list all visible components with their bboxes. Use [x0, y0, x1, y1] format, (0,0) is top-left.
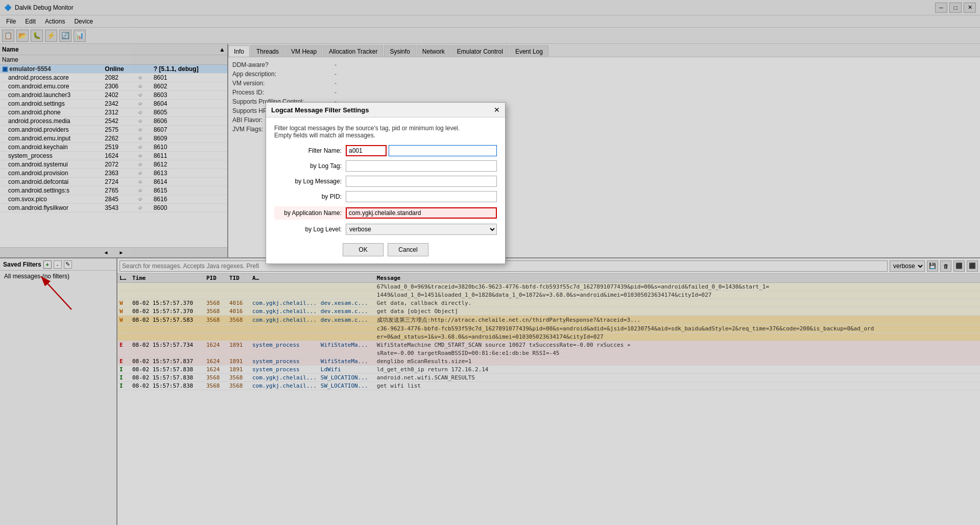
dialog-desc-line2: Empty fields will match all messages.: [274, 132, 497, 139]
dialog-desc-line1: Filter logcat messages by the source's t…: [274, 125, 497, 132]
dialog-close-button[interactable]: ✕: [494, 106, 500, 114]
pid-input[interactable]: [346, 191, 497, 202]
log-level-label: by Log Level:: [274, 226, 346, 233]
app-name-input[interactable]: [346, 207, 497, 219]
dialog-cancel-button[interactable]: Cancel: [388, 243, 428, 256]
app-name-label: by Application Name:: [274, 209, 346, 217]
dialog-description: Filter logcat messages by the source's t…: [274, 125, 497, 139]
filter-name-label: Filter Name:: [274, 147, 346, 154]
dialog-row-app-name: by Application Name:: [274, 206, 497, 220]
dialog-row-log-tag: by Log Tag:: [274, 160, 497, 172]
filter-settings-dialog: Logcat Message Filter Settings ✕ Filter …: [266, 102, 506, 264]
filter-name-input[interactable]: [346, 145, 387, 156]
dialog-overlay: Logcat Message Filter Settings ✕ Filter …: [0, 0, 980, 525]
dialog-row-log-level: by Log Level: verbose debug info warn er…: [274, 224, 497, 235]
log-tag-input[interactable]: [346, 160, 497, 172]
log-message-label: by Log Message:: [274, 178, 346, 185]
dialog-row-pid: by PID:: [274, 191, 497, 202]
dialog-title: Logcat Message Filter Settings: [271, 106, 369, 114]
dialog-title-bar: Logcat Message Filter Settings ✕: [266, 103, 505, 117]
dialog-row-log-message: by Log Message:: [274, 176, 497, 187]
filter-name-extra-input[interactable]: [389, 145, 497, 156]
dialog-row-filter-name: Filter Name:: [274, 145, 497, 156]
log-message-input[interactable]: [346, 176, 497, 187]
log-tag-label: by Log Tag:: [274, 162, 346, 170]
pid-label: by PID:: [274, 193, 346, 200]
log-level-dialog-select[interactable]: verbose debug info warn error assert: [346, 224, 497, 235]
dialog-ok-button[interactable]: OK: [343, 243, 384, 256]
dialog-body: Filter logcat messages by the source's t…: [266, 117, 505, 264]
dialog-buttons: OK Cancel: [274, 243, 497, 256]
